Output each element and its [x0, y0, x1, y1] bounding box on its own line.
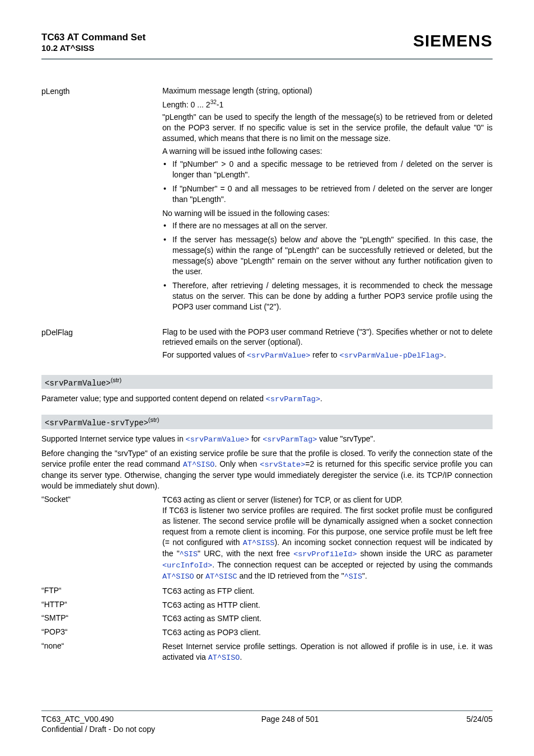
service-key: “SMTP“: [41, 613, 162, 624]
page-header: TC63 AT Command Set 10.2 AT^SISS SIEMENS: [41, 31, 493, 54]
bar-srvparmvalue: <srvParmValue>(str): [41, 375, 493, 389]
service-http: “HTTP“ TC63 acting as HTTP client.: [41, 600, 493, 611]
list-item: If there are no messages at all on the s…: [162, 220, 493, 231]
param-plength: pLength Maximum message length (string, …: [41, 86, 493, 316]
param-label: pDelFlag: [41, 327, 162, 364]
service-val: TC63 acting as client or server (listene…: [162, 495, 493, 582]
bar-code: <srvParmValue>: [45, 378, 111, 387]
footer-right: 5/24/05: [466, 715, 493, 724]
service-val: TC63 acting as FTP client.: [162, 586, 493, 597]
txt: ".: [362, 571, 367, 580]
list-item: If "pNumber" > 0 and a specific message …: [162, 159, 493, 180]
header-left: TC63 AT Command Set 10.2 AT^SISS: [41, 31, 146, 54]
param-body: Flag to be used with the POP3 user comma…: [162, 327, 493, 364]
link-srvparmvalue[interactable]: <srvParmValue>: [247, 351, 310, 360]
link-sis[interactable]: ^SIS: [344, 572, 362, 581]
link-sis-urc[interactable]: ^SIS: [180, 550, 198, 558]
list-item: Therefore, after retrieving / deleting m…: [162, 280, 493, 312]
link-srvprofileid[interactable]: <srvProfileId>: [293, 550, 357, 558]
txt: .: [444, 350, 446, 359]
txt: refer to: [310, 350, 339, 359]
link-srvparmtag[interactable]: <srvParmTag>: [266, 395, 320, 403]
srvtype-intro: Supported Internet service type values i…: [41, 434, 493, 445]
service-none: “none“ Reset Internet service profile se…: [41, 641, 493, 663]
service-val: TC63 acting as POP3 client.: [162, 627, 493, 638]
brand-logo: SIEMENS: [413, 31, 493, 50]
param-body: Maximum message length (string, optional…: [162, 86, 493, 316]
link-atsisc[interactable]: AT^SISC: [205, 572, 237, 581]
list-item: If "pNumber" = 0 and all messages to be …: [162, 184, 493, 205]
service-key: “HTTP“: [41, 600, 162, 611]
bar-suffix: (str): [148, 416, 160, 423]
nw2i: and: [305, 235, 317, 244]
link-srvparmvalue-pdelflag[interactable]: <srvParmValue-pDelFlag>: [340, 351, 444, 360]
doc-title: TC63 AT Command Set: [41, 31, 146, 43]
service-val: Reset Internet service profile settings.…: [162, 641, 493, 663]
link-urcinfoid[interactable]: <urcInfoId>: [162, 561, 212, 570]
srvparmvalue-desc: Parameter value; type and supported cont…: [41, 393, 493, 405]
footer-confidential: Confidential / Draft - Do not copy: [41, 725, 493, 734]
service-key: “POP3“: [41, 627, 162, 638]
service-socket: “Socket“ TC63 acting as client or server…: [41, 495, 493, 582]
section-title: 10.2 AT^SISS: [41, 43, 146, 54]
bar-srvparmvalue-srvtype: <srvParmValue-srvType>(str): [41, 415, 493, 429]
plength-line2a: Length: 0 ... 2: [162, 100, 210, 109]
txt: for: [249, 434, 263, 443]
service-val: TC63 acting as HTTP client.: [162, 600, 493, 611]
service-smtp: “SMTP“ TC63 acting as SMTP client.: [41, 613, 493, 624]
txt: shown inside the URC as parameter: [357, 549, 493, 558]
link-atsiss[interactable]: AT^SISS: [243, 539, 275, 547]
srvtype-warning: Before changing the "srvType" of an exis…: [41, 448, 493, 491]
txt: Parameter value; type and supported cont…: [41, 394, 266, 403]
plength-warn-intro: A warning will be issued inthe following…: [162, 146, 493, 157]
txt: . Only when: [214, 459, 260, 468]
footer-left: TC63_ATC_V00.490: [41, 715, 114, 724]
bar-suffix: (str): [111, 377, 122, 383]
footer-rule: [41, 710, 493, 711]
pdelflag-supported: For supported values of <srvParmValue> r…: [162, 350, 493, 361]
page-footer: TC63_ATC_V00.490 Page 248 of 501 5/24/05…: [41, 710, 493, 734]
txt: " URC, with the next free: [198, 549, 293, 558]
service-key: “Socket“: [41, 495, 162, 582]
param-pdelflag: pDelFlag Flag to be used with the POP3 u…: [41, 327, 493, 364]
plength-nowarn-list: If there are no messages at all on the s…: [162, 220, 493, 312]
txt: value "srvType".: [317, 434, 375, 443]
param-label: pLength: [41, 86, 162, 316]
service-pop3: “POP3“ TC63 acting as POP3 client.: [41, 627, 493, 638]
link-atsiso[interactable]: AT^SISO: [183, 461, 215, 469]
service-ftp: “FTP“ TC63 acting as FTP client.: [41, 586, 493, 597]
service-key: “FTP“: [41, 586, 162, 597]
link-srvparmvalue[interactable]: <srvParmValue>: [186, 435, 249, 444]
plength-desc: "pLength" can be used to specify the len…: [162, 112, 493, 144]
link-srvstate[interactable]: <srvState>: [260, 461, 305, 469]
exponent: 32: [210, 99, 217, 105]
plength-line2: Length: 0 ... 232-1: [162, 98, 493, 110]
txt: .: [320, 394, 322, 403]
link-atsiso[interactable]: AT^SISO: [162, 572, 194, 581]
txt: .: [240, 652, 242, 661]
plength-line2b: -1: [217, 100, 223, 109]
txt: For supported values of: [162, 350, 247, 359]
list-item: If the server has message(s) below and a…: [162, 234, 493, 277]
service-val: TC63 acting as SMTP client.: [162, 613, 493, 624]
service-key: “none“: [41, 641, 162, 663]
txt: Supported Internet service type values i…: [41, 434, 186, 443]
pdelflag-desc: Flag to be used with the POP3 user comma…: [162, 327, 493, 348]
txt: or: [194, 571, 205, 580]
nw2a: If the server has message(s) below: [172, 235, 305, 244]
txt: . The connection request can be accepted…: [212, 560, 493, 569]
plength-line1: Maximum message length (string, optional…: [162, 86, 493, 96]
txt: TC63 acting as client or server (listene…: [162, 495, 403, 504]
link-atsiso[interactable]: AT^SISO: [208, 654, 240, 662]
txt: and the ID retrieved from the ": [237, 571, 344, 580]
header-rule: [41, 58, 493, 60]
plength-warn-list: If "pNumber" > 0 and a specific message …: [162, 159, 493, 205]
link-srvparmtag[interactable]: <srvParmTag>: [263, 435, 317, 444]
plength-nowarn-intro: No warning will be issued in the followi…: [162, 208, 493, 219]
bar-code: <srvParmValue-srvType>: [45, 419, 148, 428]
footer-center: Page 248 of 501: [261, 715, 319, 724]
